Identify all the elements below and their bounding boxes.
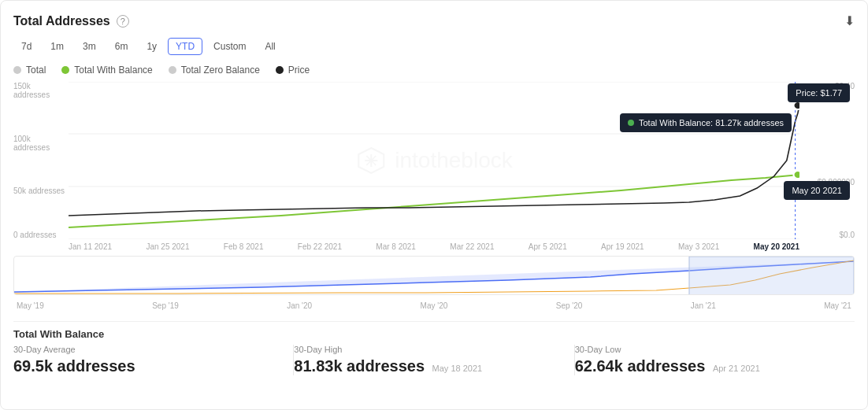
mini-label-may21: May '21: [824, 301, 851, 310]
x-label-apr5: Apr 5 2021: [529, 242, 567, 251]
mini-label-may20: May '20: [421, 301, 448, 310]
stat-30day-low: 30-Day Low 62.64k addresses Apr 21 2021: [575, 345, 855, 375]
chart-svg-area: intotheblock: [69, 82, 799, 239]
x-label-mar8: Mar 8 2021: [376, 242, 416, 251]
time-btn-ytd[interactable]: YTD: [168, 38, 202, 55]
time-btn-all[interactable]: All: [257, 38, 283, 55]
download-icon[interactable]: ⬇: [844, 13, 855, 28]
x-label-feb8: Feb 8 2021: [224, 242, 264, 251]
mini-chart-svg: [14, 257, 854, 295]
card-title: Total Addresses: [13, 14, 110, 28]
mini-label-jan21: Jan '21: [691, 301, 716, 310]
stat-high-date: May 18 2021: [432, 364, 483, 373]
stat-value-avg: 69.5k addresses: [13, 357, 277, 375]
legend-label-total-with-balance: Total With Balance: [74, 65, 152, 76]
stats-section-title: Total With Balance: [13, 328, 855, 340]
stat-30day-high: 30-Day High 81.83k addresses May 18 2021: [294, 345, 574, 375]
x-axis: Jan 11 2021 Jan 25 2021 Feb 8 2021 Feb 2…: [13, 242, 855, 251]
svg-point-11: [793, 171, 799, 179]
main-chart: 150k addresses 100k addresses 50k addres…: [13, 82, 855, 239]
total-addresses-card: Total Addresses ? ⬇ 7d 1m 3m 6m 1y YTD C…: [0, 0, 868, 410]
legend-label-total-zero-balance: Total Zero Balance: [181, 65, 260, 76]
y-label-0-0: $0.0: [799, 231, 855, 239]
time-btn-1m[interactable]: 1m: [43, 38, 72, 55]
stats-row: 30-Day Average 69.5k addresses 30-Day Hi…: [13, 345, 855, 375]
x-label-apr19: Apr 19 2021: [601, 242, 644, 251]
y-label-2-40: $2.40: [799, 82, 855, 90]
legend-total: Total: [13, 65, 46, 76]
y-label-0-8: $0.800000: [799, 178, 855, 187]
time-btn-custom[interactable]: Custom: [206, 38, 254, 55]
legend-label-price: Price: [288, 65, 310, 76]
stat-30day-avg: 30-Day Average 69.5k addresses: [13, 345, 294, 375]
legend-total-with-balance: Total With Balance: [61, 65, 152, 76]
help-icon[interactable]: ?: [117, 15, 129, 28]
y-label-100k: 100k addresses: [13, 135, 69, 152]
time-btn-1y[interactable]: 1y: [139, 38, 165, 55]
card-header: Total Addresses ? ⬇: [13, 13, 855, 28]
time-btn-3m[interactable]: 3m: [75, 38, 104, 55]
y-label-150k: 150k addresses: [13, 82, 69, 99]
legend-total-zero-balance: Total Zero Balance: [169, 65, 260, 76]
legend-dot-total: [13, 66, 21, 74]
mini-label-sep20: Sep '20: [556, 301, 583, 310]
mini-chart[interactable]: [13, 256, 855, 295]
x-label-mar22: Mar 22 2021: [450, 242, 494, 251]
time-btn-7d[interactable]: 7d: [13, 38, 39, 55]
legend: Total Total With Balance Total Zero Bala…: [13, 65, 855, 76]
chart-svg: [69, 82, 799, 239]
time-btn-6m[interactable]: 6m: [107, 38, 136, 55]
stat-value-low: 62.64k addresses Apr 21 2021: [575, 357, 839, 375]
legend-dot-total-with-balance: [61, 66, 69, 74]
mini-label-sep19: Sep '19: [152, 301, 179, 310]
x-label-jan11: Jan 11 2021: [69, 242, 112, 251]
y-label-50k: 50k addresses: [13, 187, 69, 195]
legend-price: Price: [276, 65, 310, 76]
mini-label-may19: May '19: [17, 301, 44, 310]
legend-label-total: Total: [26, 65, 46, 76]
stat-low-date: Apr 21 2021: [713, 364, 760, 373]
stat-label-low: 30-Day Low: [575, 345, 839, 354]
y-axis-right: $2.40 $0.800000 $0.0: [799, 82, 855, 239]
title-group: Total Addresses ?: [13, 14, 129, 28]
y-label-0: 0 addresses: [13, 231, 69, 239]
x-label-jan25: Jan 25 2021: [146, 242, 189, 251]
mini-chart-labels: May '19 Sep '19 Jan '20 May '20 Sep '20 …: [13, 301, 855, 310]
legend-dot-price: [276, 66, 284, 74]
stats-section: Total With Balance 30-Day Average 69.5k …: [13, 321, 855, 375]
svg-point-10: [793, 102, 799, 109]
svg-rect-12: [689, 257, 854, 295]
legend-dot-total-zero-balance: [169, 66, 176, 74]
x-label-may3: May 3 2021: [678, 242, 719, 251]
x-label-feb22: Feb 22 2021: [298, 242, 342, 251]
stat-label-high: 30-Day High: [294, 345, 558, 354]
stat-label-avg: 30-Day Average: [13, 345, 277, 354]
stat-avg-number: 69.5k addresses: [13, 357, 135, 375]
mini-label-jan20: Jan '20: [287, 301, 312, 310]
stat-low-number: 62.64k addresses: [575, 357, 706, 375]
mini-chart-container: May '19 Sep '19 Jan '20 May '20 Sep '20 …: [13, 256, 855, 315]
stat-high-number: 81.83k addresses: [294, 357, 425, 375]
time-filters: 7d 1m 3m 6m 1y YTD Custom All: [13, 38, 855, 55]
y-axis-left: 150k addresses 100k addresses 50k addres…: [13, 82, 69, 239]
stat-value-high: 81.83k addresses May 18 2021: [294, 357, 558, 375]
x-label-may20: May 20 2021: [754, 242, 799, 251]
